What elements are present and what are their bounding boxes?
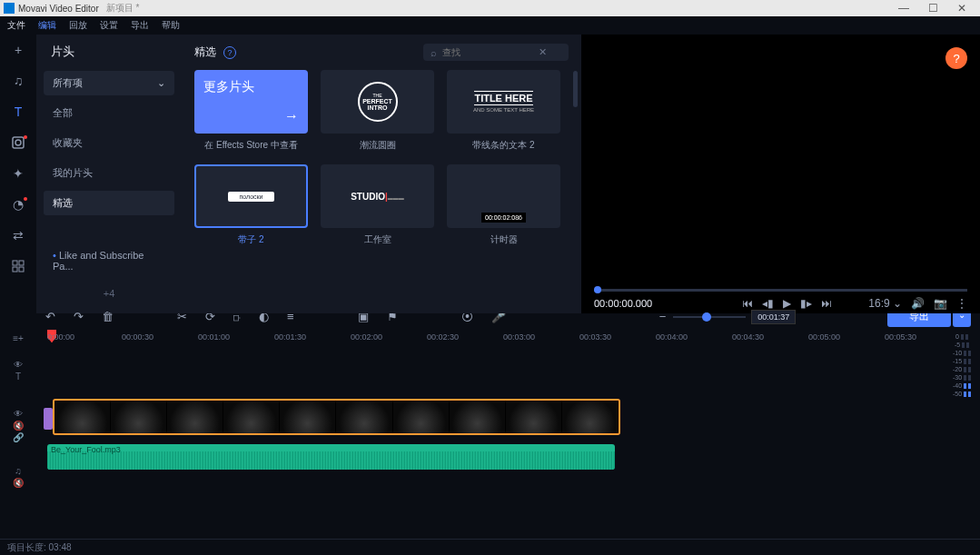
search-icon: ⌕	[431, 47, 437, 58]
audio-track-header[interactable]: ♫ 🔇	[13, 466, 24, 488]
audio-track[interactable]: Be_Your_Fool.mp3	[36, 444, 944, 473]
effects-icon[interactable]: ✦	[10, 165, 26, 182]
menu-file[interactable]: 文件	[7, 19, 25, 32]
menu-bar: 文件 编辑 回放 设置 导出 帮助	[0, 16, 980, 35]
snapshot-icon[interactable]: 📷	[934, 297, 947, 310]
timeline: ≡+ 👁 T 👁 🔇 🔗 ♫ 🔇 0:00:00 00:00:30 00:01:…	[0, 330, 980, 539]
intro-card-timer[interactable]: 00:00:02:086 计时器	[447, 164, 560, 246]
status-bar: 项目长度: 03:48	[0, 539, 980, 555]
sidebar-title: 片头	[44, 44, 174, 60]
video-track-header[interactable]: 👁 🔇 🔗	[13, 409, 24, 442]
seek-tooltip: 00:01:37	[751, 310, 796, 324]
step-fwd-button[interactable]: ▮▸	[800, 297, 812, 310]
volume-icon[interactable]: 🔊	[911, 297, 925, 310]
ruler-tick: 00:03:30	[579, 332, 611, 342]
app-logo-icon	[4, 3, 15, 14]
intro-label: 带线条的文本 2	[472, 139, 534, 152]
ruler-tick: 0:00:00	[47, 332, 74, 342]
timeline-tracks[interactable]: 0:00:00 00:00:30 00:01:00 00:01:30 00:02…	[36, 330, 944, 539]
meter-label: 0	[955, 333, 959, 340]
video-track[interactable]	[36, 399, 944, 437]
transitions-icon[interactable]: ◔	[10, 196, 26, 213]
ribbon-shape: полоски	[228, 192, 273, 202]
music-icon[interactable]: ♫	[10, 73, 26, 89]
category-dropdown[interactable]: 所有项 ⌄	[44, 71, 174, 95]
transition-marker[interactable]	[44, 408, 53, 430]
help-button[interactable]: ?	[945, 47, 967, 69]
thumb-title: TITLE HERE	[474, 91, 532, 105]
intros-panel: 精选 ? ⌕ ✕ 更多片头 → 在 Effects Store 中查看 THE	[182, 35, 581, 313]
timeline-ruler[interactable]: 0:00:00 00:00:30 00:01:00 00:01:30 00:02…	[36, 330, 944, 348]
sidebar-item-my-intros[interactable]: 我的片头	[44, 161, 174, 185]
eye-icon[interactable]: 👁	[14, 360, 23, 370]
redo-button[interactable]: ↷	[74, 310, 84, 323]
more-icon[interactable]	[10, 258, 26, 274]
mute-icon[interactable]: 🔇	[13, 421, 24, 431]
meter-label: -20	[953, 366, 962, 372]
aspect-ratio-button[interactable]: 16:9 ⌄	[868, 297, 902, 310]
sidebar-item-all[interactable]: 全部	[44, 101, 174, 125]
intro-card-ribbon[interactable]: полоски 带子 2	[194, 164, 308, 246]
window-close-button[interactable]: ✕	[947, 2, 976, 15]
preview-menu-icon[interactable]: ⋮	[956, 297, 967, 310]
preview-timecode: 00:00:00.000	[594, 298, 733, 309]
thumb-text: 更多片头	[203, 79, 254, 95]
dropdown-label: 所有项	[53, 76, 83, 90]
prev-frame-button[interactable]: ⏮	[742, 297, 753, 310]
clear-search-icon[interactable]: ✕	[539, 46, 547, 58]
eye-icon[interactable]: 👁	[14, 409, 23, 419]
intro-card-circle[interactable]: THE PERFECT INTRO 潮流圆圈	[321, 70, 434, 152]
circle-badge: THE PERFECT INTRO	[358, 82, 398, 122]
sidebar-item-more[interactable]: +4	[44, 282, 174, 304]
menu-edit[interactable]: 编辑	[38, 19, 56, 32]
undo-button[interactable]: ↶	[45, 310, 55, 323]
ruler-tick: 00:04:00	[656, 332, 688, 342]
step-back-button[interactable]: ◂▮ 00:01:37	[762, 297, 774, 310]
intro-thumb: 更多片头 →	[194, 70, 308, 134]
next-frame-button[interactable]: ⏭	[821, 297, 832, 310]
play-button[interactable]: ▶	[783, 297, 791, 310]
search-input[interactable]	[442, 47, 533, 57]
ruler-tick: 00:02:30	[427, 332, 459, 342]
ruler-tick: 00:01:30	[274, 332, 306, 342]
intro-card-title[interactable]: TITLE HERE AND SOME TEXT HERE 带线条的文本 2	[447, 70, 560, 152]
preview-seekbar[interactable]	[594, 289, 967, 292]
ruler-tick: 00:01:00	[198, 332, 230, 342]
zoom-knob[interactable]	[702, 312, 711, 322]
intro-thumb: STUDIO|▬▬▬	[321, 164, 434, 228]
menu-export[interactable]: 导出	[131, 19, 149, 32]
seekbar-handle[interactable]	[594, 286, 601, 293]
menu-help[interactable]: 帮助	[162, 19, 180, 32]
title-track[interactable]	[36, 359, 944, 395]
window-maximize-button[interactable]: ☐	[918, 2, 947, 15]
link-icon[interactable]: 🔗	[13, 432, 24, 442]
add-track-button[interactable]: ≡+	[13, 333, 24, 343]
titles-icon[interactable]: T	[10, 104, 26, 120]
menu-playback[interactable]: 回放	[69, 19, 87, 32]
sidebar-item-like-subscribe[interactable]: Like and Subscribe Pa...	[44, 244, 174, 277]
menu-settings[interactable]: 设置	[100, 19, 118, 32]
intro-card-more[interactable]: 更多片头 → 在 Effects Store 中查看	[194, 70, 308, 152]
sidebar-item-featured[interactable]: 精选	[44, 191, 174, 215]
marker-lane[interactable]	[36, 348, 944, 355]
zoom-slider[interactable]	[673, 316, 746, 318]
search-box[interactable]: ⌕ ✕	[423, 44, 569, 61]
add-icon[interactable]: +	[10, 42, 26, 58]
studio-text: STUDIO|▬▬▬	[351, 192, 404, 202]
panel-scrollbar[interactable]	[573, 71, 578, 107]
mute-icon[interactable]: 🔇	[13, 478, 24, 488]
meter-label: -30	[953, 374, 962, 381]
project-name: 新项目 *	[106, 2, 140, 15]
audio-clip[interactable]: Be_Your_Fool.mp3	[47, 444, 615, 470]
video-clip[interactable]	[53, 399, 620, 435]
intro-card-studio[interactable]: STUDIO|▬▬▬ 工作室	[321, 164, 434, 246]
stickers-icon[interactable]	[10, 134, 26, 151]
window-minimize-button[interactable]: —	[889, 2, 918, 15]
sidebar-item-favorites[interactable]: 收藏夹	[44, 131, 174, 155]
info-icon[interactable]: ?	[223, 46, 236, 59]
delete-button[interactable]: 🗑	[102, 310, 114, 323]
meter-label: -15	[953, 358, 962, 364]
title-track-header[interactable]: 👁 T	[14, 360, 23, 382]
element-icon[interactable]: ⇄	[10, 227, 26, 243]
window-titlebar: Movavi Video Editor 新项目 * — ☐ ✕	[0, 0, 980, 16]
